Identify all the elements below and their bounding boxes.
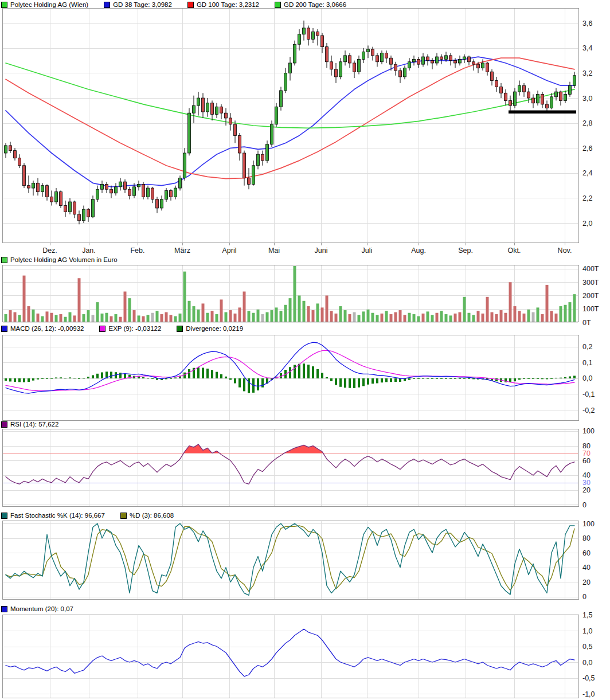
svg-text:Jan.: Jan.: [82, 247, 96, 255]
svg-text:100T: 100T: [582, 305, 599, 313]
stoch-k-swatch-icon: [1, 513, 7, 519]
macd-swatch-icon: [1, 326, 7, 332]
legend-label: GD 38 Tage: 3,0982: [113, 1, 172, 8]
svg-text:0,2: 0,2: [582, 343, 592, 351]
legend-item-stoch-d: %D (3): 86,608: [120, 512, 174, 519]
svg-text:Juli: Juli: [362, 247, 373, 255]
price-chart: 3,63,43,23,02,82,62,42,22,0Dez.Jan.Feb.M…: [0, 8, 610, 255]
svg-text:60: 60: [582, 549, 591, 557]
rsi-swatch-icon: [1, 421, 7, 428]
svg-text:100: 100: [582, 427, 595, 435]
rsi-legend: RSI (14): 57,622: [1, 420, 58, 428]
svg-text:1,0: 1,0: [582, 627, 592, 635]
gd100-swatch-icon: [187, 2, 194, 8]
svg-text:400T: 400T: [582, 265, 599, 273]
svg-text:100: 100: [582, 520, 595, 528]
svg-text:Mai: Mai: [268, 247, 280, 255]
volume-legend: Polytec Holding AG Volumen in Euro: [1, 256, 118, 264]
divergence-swatch-icon: [177, 326, 183, 332]
svg-text:300T: 300T: [582, 279, 599, 287]
legend-label: MACD (26, 12): -0,00932: [10, 325, 84, 332]
svg-text:-0,2: -0,2: [582, 406, 595, 414]
svg-text:1,5: 1,5: [582, 611, 592, 619]
legend-label: GD 100 Tage: 3,2312: [197, 1, 259, 8]
svg-text:3,6: 3,6: [582, 19, 592, 28]
legend-item-gd100: GD 100 Tage: 3,2312: [187, 1, 259, 8]
svg-text:Sep.: Sep.: [458, 247, 473, 255]
svg-text:2,0: 2,0: [582, 220, 592, 228]
svg-text:80: 80: [582, 534, 591, 542]
svg-text:Nov.: Nov.: [558, 247, 572, 255]
svg-text:April: April: [222, 247, 236, 255]
svg-text:-1,0: -1,0: [582, 690, 595, 698]
rsi-chart: 1008070604030200: [0, 429, 610, 507]
svg-text:0,5: 0,5: [582, 643, 592, 651]
legend-item-gd200: GD 200 Tage: 3,0666: [275, 1, 346, 8]
exp-swatch-icon: [99, 326, 105, 332]
volume-chart: 400T300T200T100T0T: [0, 265, 610, 322]
macd-chart: 0,20,10,0-0,1-0,2: [0, 335, 610, 421]
stock-chart-page: Polytec Holding AG (Wien) GD 38 Tage: 3,…: [0, 0, 610, 700]
legend-label: GD 200 Tage: 3,0666: [284, 1, 346, 8]
macd-legend: MACD (26, 12): -0,00932 EXP (9): -0,0312…: [1, 324, 243, 333]
legend-item-stoch-k: Fast Stochastic %K (14): 96,667: [1, 512, 105, 519]
momentum-legend: Momentum (20): 0,07: [1, 605, 73, 613]
svg-text:2,6: 2,6: [582, 144, 592, 152]
volume-swatch-icon: [1, 257, 7, 263]
gd38-swatch-icon: [104, 2, 110, 8]
legend-label: Divergence: 0,0219: [186, 325, 243, 332]
legend-item-gd38: GD 38 Tage: 3,0982: [104, 1, 172, 8]
svg-text:Aug.: Aug.: [411, 247, 426, 255]
price-chart-legend: Polytec Holding AG (Wien) GD 38 Tage: 3,…: [1, 1, 346, 9]
legend-item-volume: Polytec Holding AG Volumen in Euro: [1, 256, 118, 263]
legend-item-divergence: Divergence: 0,0219: [177, 325, 243, 332]
legend-label: Momentum (20): 0,07: [10, 605, 73, 612]
legend-item-macd: MACD (26, 12): -0,00932: [1, 325, 84, 332]
legend-label: RSI (14): 57,622: [10, 421, 58, 428]
svg-text:2,8: 2,8: [582, 119, 592, 127]
svg-text:März: März: [174, 247, 190, 255]
stoch-d-swatch-icon: [120, 513, 127, 519]
stochastic-chart: 100806040200: [0, 521, 610, 600]
svg-text:3,2: 3,2: [582, 69, 592, 77]
legend-item-instrument: Polytec Holding AG (Wien): [1, 1, 88, 8]
svg-text:0,0: 0,0: [582, 374, 592, 382]
svg-text:40: 40: [582, 564, 591, 572]
legend-label: Fast Stochastic %K (14): 96,667: [10, 512, 105, 519]
legend-item-momentum: Momentum (20): 0,07: [1, 605, 73, 612]
svg-text:Dez.: Dez.: [42, 247, 57, 255]
svg-text:3,4: 3,4: [582, 44, 592, 52]
instrument-swatch-icon: [1, 2, 7, 8]
svg-text:-0,5: -0,5: [582, 674, 595, 682]
svg-text:20: 20: [582, 578, 591, 586]
legend-label: %D (3): 86,608: [130, 512, 174, 519]
svg-text:60: 60: [582, 457, 591, 465]
svg-text:2,2: 2,2: [582, 194, 592, 202]
svg-text:3,0: 3,0: [582, 95, 592, 103]
svg-text:20: 20: [582, 486, 591, 494]
momentum-chart: 1,51,00,50,0-0,5-1,0: [0, 615, 610, 698]
svg-text:-0,1: -0,1: [582, 390, 595, 398]
svg-text:0,0: 0,0: [582, 659, 592, 667]
svg-text:0T: 0T: [582, 319, 591, 327]
gd200-swatch-icon: [275, 2, 281, 8]
svg-text:200T: 200T: [582, 292, 599, 300]
momentum-swatch-icon: [1, 606, 7, 612]
legend-label: Polytec Holding AG Volumen in Euro: [10, 256, 118, 263]
svg-text:0,1: 0,1: [582, 359, 592, 367]
legend-item-exp: EXP (9): -0,03122: [99, 325, 161, 332]
stochastic-legend: Fast Stochastic %K (14): 96,667 %D (3): …: [1, 511, 174, 519]
legend-label: Polytec Holding AG (Wien): [10, 1, 88, 8]
svg-text:Feb.: Feb.: [130, 247, 144, 255]
legend-label: EXP (9): -0,03122: [108, 325, 161, 332]
svg-text:2,4: 2,4: [582, 169, 592, 177]
svg-text:0: 0: [582, 501, 586, 509]
legend-item-rsi: RSI (14): 57,622: [1, 421, 58, 428]
svg-text:Juni: Juni: [315, 247, 328, 255]
svg-text:0: 0: [582, 593, 586, 601]
svg-text:Okt.: Okt.: [508, 247, 521, 255]
